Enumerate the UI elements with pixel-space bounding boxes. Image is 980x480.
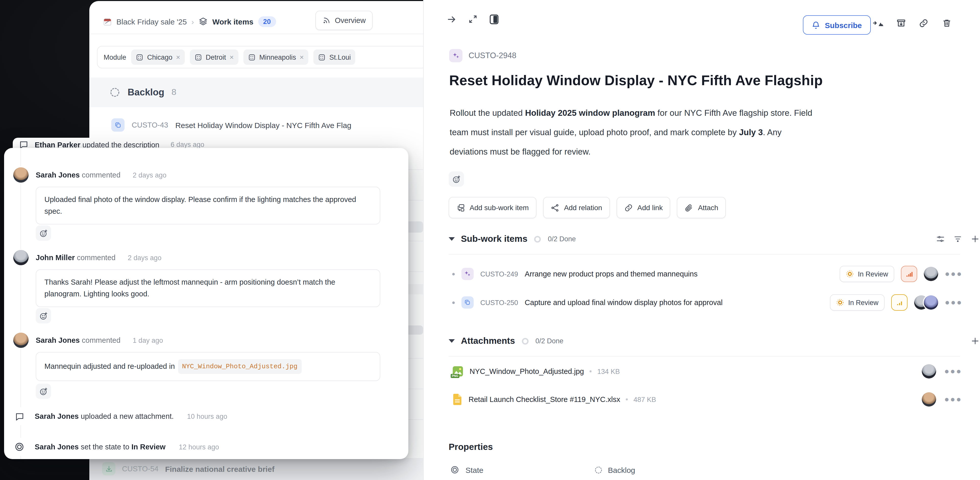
link-icon xyxy=(624,203,633,212)
state-chip-in-review[interactable]: In Review xyxy=(839,266,894,282)
comment-time: 2 days ago xyxy=(128,254,162,261)
remove-chip-icon[interactable]: × xyxy=(176,53,180,61)
sub-item-title[interactable]: Arrange new product props and themed man… xyxy=(525,270,697,278)
attachments-section-title: Attachments xyxy=(461,336,515,346)
add-reaction-button[interactable] xyxy=(36,308,51,323)
property-row-state[interactable]: State Backlog xyxy=(450,465,808,474)
comment-text: Thanks Sarah! Please adjust the leftmost… xyxy=(45,278,335,298)
state-chip-in-review[interactable]: In Review xyxy=(830,294,885,310)
uploader-avatar xyxy=(922,364,936,379)
progress-donut-icon xyxy=(521,337,529,345)
more-options-icon[interactable]: ●●● xyxy=(944,367,962,376)
filter-chip-minneapolis[interactable]: Minneapolis × xyxy=(243,49,308,65)
chip-label: Chicago xyxy=(147,53,172,61)
activity-feed-panel: Sarah Jones commented 2 days ago Uploade… xyxy=(4,148,408,459)
attachment-size: 134 KB xyxy=(597,368,620,375)
backlog-spinner-icon xyxy=(594,466,603,474)
subscribe-button[interactable]: Subscribe xyxy=(803,15,870,35)
archive-icon[interactable] xyxy=(896,18,906,28)
more-options-icon[interactable]: ●●● xyxy=(944,395,962,404)
comment-time: 2 days ago xyxy=(133,171,166,179)
screenshot-stage: Black Friday sale '25 › Work items 20 Ov… xyxy=(0,0,980,480)
work-item-title: Finalize national creative brief xyxy=(165,464,274,473)
remove-chip-icon[interactable]: × xyxy=(300,53,304,61)
sub-work-item-row[interactable]: CUSTO-250 Capture and upload final windo… xyxy=(452,294,963,311)
module-icon xyxy=(248,53,256,61)
progress-donut-icon xyxy=(534,235,542,243)
smiley-plus-icon xyxy=(452,175,461,184)
move-to-project-icon[interactable] xyxy=(873,18,884,29)
bell-icon xyxy=(811,21,820,29)
attachment-row[interactable]: Retail Launch Checklist_Store #119_NYC.x… xyxy=(452,391,962,407)
in-review-state-icon xyxy=(836,298,844,307)
comment-time: 1 day ago xyxy=(133,336,163,344)
relation-icon xyxy=(551,203,559,212)
add-sub-work-item-button[interactable]: Add sub-work item xyxy=(449,197,536,218)
add-attachment-plus-icon[interactable] xyxy=(971,337,980,345)
more-options-icon[interactable]: ●●● xyxy=(945,298,963,307)
side-peek-icon[interactable] xyxy=(490,14,499,24)
sub-item-type-icon xyxy=(461,296,474,309)
description-bold: July 3 xyxy=(739,128,763,137)
delete-icon[interactable] xyxy=(942,18,951,28)
overview-tab[interactable]: Overview xyxy=(315,11,373,30)
comment-header: John Miller commented 2 days ago xyxy=(13,250,162,265)
module-icon xyxy=(194,53,202,61)
comment-verb: commented xyxy=(77,253,116,262)
attachment-row[interactable]: PNG NYC_Window_Photo_Adjusted.jpg 134 KB… xyxy=(452,363,962,380)
attachment-name[interactable]: Retail Launch Checklist_Store #119_NYC.x… xyxy=(469,395,620,404)
work-item-type-icon xyxy=(111,118,124,131)
sub-work-item-row[interactable]: CUSTO-249 Arrange new product props and … xyxy=(452,265,963,283)
activity-action: set the state to xyxy=(81,443,129,451)
background-band: CUSTO-54 Finalize national creative brie… xyxy=(89,458,423,480)
activity-row: Sarah Jones uploaded a new attachment. 1… xyxy=(12,409,228,423)
attachment-filename-code[interactable]: NYC_Window_Photo_Adjusted.jpg xyxy=(178,359,302,374)
signal-icon xyxy=(323,16,331,24)
sub-item-title[interactable]: Capture and upload final window display … xyxy=(525,298,722,307)
assignee-avatar[interactable] xyxy=(924,267,938,281)
group-header-backlog[interactable]: Backlog 8 xyxy=(89,78,423,107)
work-item-id: CUSTO-2948 xyxy=(469,51,516,60)
display-settings-icon[interactable] xyxy=(936,234,945,243)
add-link-button[interactable]: Add link xyxy=(616,197,670,218)
assignee-avatar[interactable] xyxy=(924,295,938,310)
breadcrumb-project[interactable]: Black Friday sale '25 xyxy=(116,17,187,26)
filter-chip-detroit[interactable]: Detroit × xyxy=(190,49,239,65)
add-reaction-button[interactable] xyxy=(36,225,51,241)
priority-high-icon[interactable] xyxy=(901,266,917,282)
copy-link-icon[interactable] xyxy=(919,18,928,28)
close-panel-arrow-icon[interactable] xyxy=(447,14,457,24)
work-item-row[interactable]: CUSTO-43 Reset Holiday Window Display - … xyxy=(111,114,417,136)
priority-medium-icon[interactable] xyxy=(891,294,907,310)
filter-chip-stlouis[interactable]: St.Loui xyxy=(313,49,355,65)
subscribe-label: Subscribe xyxy=(825,21,862,29)
comment-header: Sarah Jones commented 2 days ago xyxy=(13,167,166,183)
expand-icon[interactable] xyxy=(468,14,478,24)
remove-chip-icon[interactable]: × xyxy=(230,53,234,61)
comment-verb: commented xyxy=(82,336,121,344)
avatar xyxy=(13,333,29,348)
property-value[interactable]: Backlog xyxy=(608,466,635,474)
activity-action: updated the description xyxy=(83,141,159,149)
collapse-caret-icon[interactable] xyxy=(449,339,455,343)
add-sub-item-plus-icon[interactable] xyxy=(971,234,980,243)
breadcrumb-section[interactable]: Work items xyxy=(212,17,253,26)
filter-chip-chicago[interactable]: Chicago × xyxy=(131,49,185,65)
work-item-title: Reset Holiday Window Display - NYC Fifth… xyxy=(175,120,352,129)
attach-button[interactable]: Attach xyxy=(677,197,726,218)
activity-actor: Sarah Jones xyxy=(35,443,79,451)
collapse-caret-icon[interactable] xyxy=(449,237,455,241)
filter-icon[interactable] xyxy=(953,234,962,243)
more-options-icon[interactable]: ●●● xyxy=(945,269,963,279)
attachments-progress: 0/2 Done xyxy=(535,337,563,345)
group-name: Backlog xyxy=(127,87,164,98)
work-item-description[interactable]: Rollout the updated Holiday 2025 window … xyxy=(450,103,815,161)
separator-dot xyxy=(626,398,628,401)
add-reaction-button[interactable] xyxy=(36,383,51,399)
work-item-title[interactable]: Reset Holiday Window Display - NYC Fifth… xyxy=(449,73,959,89)
subwork-section-title: Sub-work items xyxy=(461,234,528,244)
add-reaction-button[interactable] xyxy=(449,171,464,187)
comment-text: Mannequin adjusted and re-uploaded in xyxy=(45,361,175,372)
add-relation-button[interactable]: Add relation xyxy=(543,197,610,218)
attachment-name[interactable]: NYC_Window_Photo_Adjusted.jpg xyxy=(469,367,584,375)
